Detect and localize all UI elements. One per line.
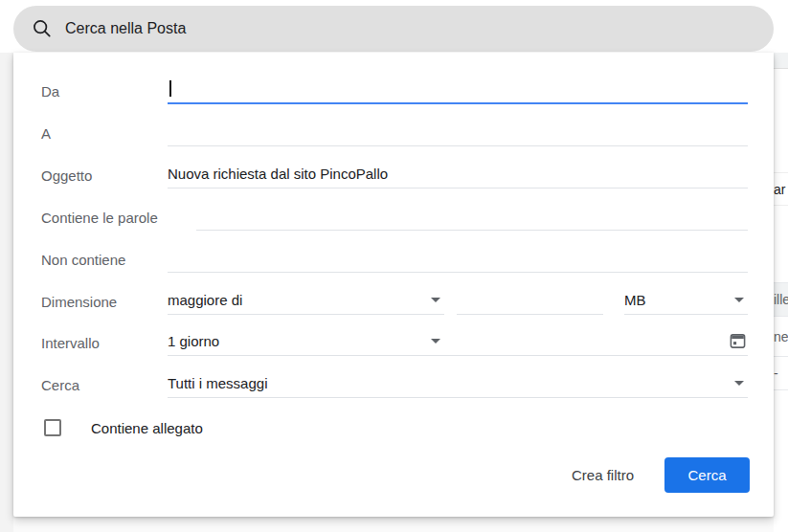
scope-select[interactable]: Tutti i messaggi [168, 368, 748, 398]
search-bar[interactable]: Cerca nella Posta [13, 6, 774, 52]
not-contains-label: Non contiene [41, 252, 125, 268]
subject-input[interactable]: Nuova richiesta dal sito PincoPallo [168, 159, 748, 188]
row-date-within: Intervallo 1 giorno [13, 321, 774, 364]
date-range-select[interactable]: 1 giorno [168, 326, 444, 356]
mail-list-row-fragment: - [774, 356, 788, 390]
chevron-down-icon [734, 381, 744, 386]
row-not-contains: Non contiene [13, 238, 774, 280]
search-icon[interactable] [31, 17, 54, 40]
size-operator-select[interactable]: maggiore di [168, 285, 444, 315]
mail-list-row-fragment: ar [774, 172, 788, 206]
fragment-text: nel [774, 329, 788, 344]
size-operator-value: maggiore di [168, 292, 242, 308]
from-input[interactable] [168, 75, 748, 104]
date-within-label: Intervallo [41, 335, 100, 351]
from-label: Da [41, 83, 59, 100]
size-label: Dimensione [41, 294, 117, 310]
search-button[interactable]: Cerca [664, 457, 750, 493]
size-amount-input[interactable] [457, 285, 603, 315]
page-background-left [0, 53, 13, 532]
advanced-search-panel: Da A Oggetto Nuova richiesta dal sito Pi… [13, 53, 774, 517]
date-input[interactable] [440, 326, 748, 356]
scope-label: Cerca [41, 377, 79, 393]
mail-list-background: ar ille nel - [774, 53, 788, 532]
chevron-down-icon [431, 298, 440, 302]
scope-value: Tutti i messaggi [168, 375, 267, 391]
page-background-bottom [13, 517, 774, 532]
subject-label: Oggetto [41, 167, 92, 184]
row-subject: Oggetto Nuova richiesta dal sito PincoPa… [13, 154, 774, 196]
mail-list-toolbar-fragment [774, 53, 788, 69]
fragment-text: ar [774, 182, 785, 197]
mail-list-row-fragment: nel [774, 316, 788, 356]
chevron-down-icon [431, 339, 440, 344]
has-attachment-label: Contiene allegato [91, 420, 203, 436]
row-scope: Cerca Tutti i messaggi [13, 364, 774, 406]
to-input[interactable] [168, 117, 748, 146]
has-words-label: Contiene le parole [41, 210, 158, 226]
panel-actions: Crea filtro Cerca [556, 457, 750, 493]
fragment-text: ille [774, 292, 788, 307]
text-cursor [169, 80, 171, 97]
has-words-input[interactable] [196, 201, 748, 231]
to-label: A [41, 125, 51, 142]
size-unit-value: MB [624, 292, 646, 308]
size-unit-select[interactable]: MB [624, 285, 748, 315]
mail-list-row-fragment: ille [774, 282, 788, 316]
not-contains-input[interactable] [168, 243, 748, 273]
subject-value: Nuova richiesta dal sito PincoPallo [168, 166, 388, 182]
row-has-attachment: Contiene allegato [13, 407, 774, 449]
chevron-down-icon [734, 298, 744, 302]
fragment-text: - [774, 366, 778, 381]
has-attachment-checkbox[interactable] [44, 419, 61, 436]
row-has-words: Contiene le parole [13, 196, 774, 238]
date-range-value: 1 giorno [168, 333, 219, 349]
search-input[interactable]: Cerca nella Posta [65, 20, 186, 37]
create-filter-button[interactable]: Crea filtro [556, 458, 649, 493]
calendar-icon[interactable] [730, 333, 746, 349]
row-size: Dimensione maggiore di MB [13, 280, 774, 322]
row-to: A [13, 112, 774, 154]
row-from: Da [13, 70, 774, 112]
